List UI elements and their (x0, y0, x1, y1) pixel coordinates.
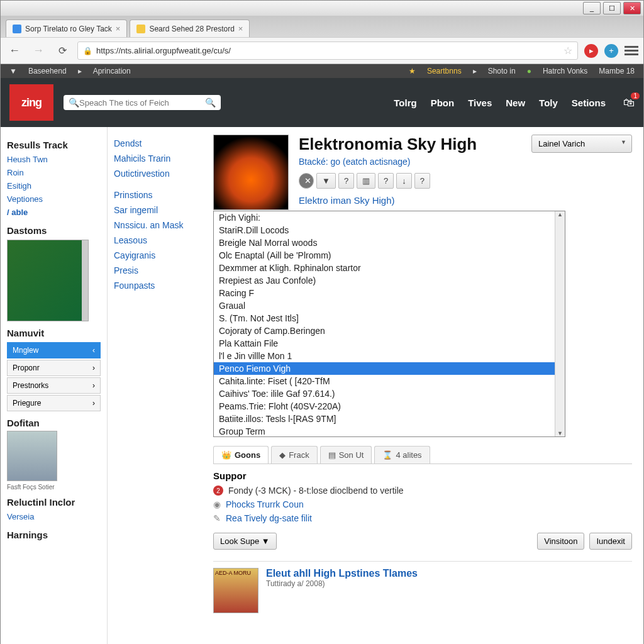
help-button[interactable]: ? (338, 173, 354, 189)
listbox-item[interactable]: Pich Vighi: (214, 211, 555, 224)
tab-close-icon[interactable]: × (116, 24, 121, 33)
iundexit-button[interactable]: Iundexit (589, 533, 632, 550)
sidebar-link[interactable]: Verseia (7, 510, 101, 523)
sidebar-nav-btn[interactable]: Proponr› (7, 360, 101, 376)
sidebar-thumbnail[interactable] (7, 240, 89, 321)
support-row[interactable]: ✎Rea Tively dg-sate filit (213, 511, 632, 525)
forward-button[interactable]: → (30, 42, 47, 60)
listbox-item[interactable]: Olc Enaptal (Aill be 'Plromm) (214, 249, 555, 262)
help-button[interactable]: ? (378, 173, 394, 189)
sidebar-nav-btn[interactable]: Prestnorks› (7, 377, 101, 394)
tab-alites[interactable]: ⌛4 alites (374, 446, 430, 464)
back-button[interactable]: ← (6, 42, 23, 60)
listbox-item[interactable]: l'l e Jin villle Mon 1 (214, 350, 555, 362)
site-header: zing 🔍 🔍 Tolrg Pbon Tives New Toly Setio… (1, 78, 643, 127)
nav-link[interactable]: Tives (468, 97, 492, 108)
subnav-link[interactable]: Dendst (114, 136, 196, 151)
listbox-item[interactable]: Cojoraty of Camp.Beringen (214, 325, 555, 337)
track-listbox[interactable]: Pich Vighi:StariR.Dill LocodsBreigle Nal… (213, 211, 565, 437)
listbox-item[interactable]: Rrepiest as Jau Confole) (214, 274, 555, 287)
listbox-item[interactable]: Group Term (214, 425, 555, 436)
look-button[interactable]: Look Supe ▼ (213, 533, 277, 550)
tab-frack[interactable]: ◆Frack (271, 446, 318, 464)
album-art[interactable] (213, 135, 289, 210)
dropdown-toggle[interactable]: ▼ (316, 173, 336, 189)
variant-dropdown[interactable]: Lainel Varich (531, 135, 632, 153)
subnav-link[interactable]: Prinstions (114, 187, 196, 203)
avatar[interactable] (7, 431, 57, 481)
site-search[interactable]: 🔍 🔍 (64, 95, 221, 110)
listbox-item[interactable]: Graual (214, 299, 555, 312)
nav-link[interactable]: Setions (572, 97, 606, 108)
util-link[interactable]: Hatrch Vonks (543, 67, 587, 75)
subnav-link[interactable]: Mahicils Trarin (114, 151, 196, 166)
listbox-item[interactable]: Batiite.illos: Tesls l-[RAS 9TM] (214, 413, 555, 425)
list-icon[interactable]: ▥ (357, 173, 375, 189)
logo[interactable]: zing (9, 84, 53, 121)
vinsitoon-button[interactable]: Vinsitoon (537, 533, 584, 550)
download-icon[interactable]: ↓ (396, 173, 412, 189)
tab-close-icon[interactable]: × (238, 24, 243, 33)
close-icon[interactable]: ✕ (299, 173, 314, 189)
util-link[interactable]: Shoto in (488, 67, 516, 75)
subnav-link[interactable]: Leasous (114, 233, 196, 248)
cart-button[interactable]: 🛍1 (623, 96, 635, 109)
listbox-item[interactable]: Caihivs' Toe: ilile Gaf 97.614.) (214, 387, 555, 400)
nav-link[interactable]: Tolrg (394, 97, 416, 108)
tab-goons[interactable]: 👑Goons (213, 446, 269, 464)
browser-menu-icon[interactable] (625, 46, 638, 55)
address-bar[interactable]: 🔒 ☆ (77, 42, 578, 60)
browser-tab-0[interactable]: Sorp Tirelato ro Gley Tack × (6, 19, 127, 37)
listbox-item[interactable]: Breigle Nal Morral woods (214, 236, 555, 249)
chevron-down-icon[interactable]: ▼ (9, 67, 17, 75)
search-input[interactable] (79, 98, 205, 108)
sidebar-nav-btn[interactable]: Priegure› (7, 395, 101, 411)
result-thumbnail[interactable]: AED-A MORU (213, 568, 258, 613)
search-submit-icon[interactable]: 🔍 (205, 97, 216, 108)
extension-icon-red[interactable]: ▸ (584, 44, 598, 58)
listbox-item[interactable]: StariR.Dill Locods (214, 224, 555, 236)
support-row[interactable]: ◉Phocks Trurrk Coun (213, 497, 632, 511)
nav-link[interactable]: New (506, 97, 525, 108)
page-subtitle[interactable]: Btacké: go (eatch actisnage) (299, 157, 477, 167)
subnav-link[interactable]: Nnssicu. an Mask (114, 218, 196, 233)
bookmark-star-icon[interactable]: ☆ (564, 45, 572, 57)
util-link[interactable]: Mambe 18 (599, 67, 635, 75)
listbox-item[interactable]: Pla Kattain File (214, 337, 555, 350)
tab-sonut[interactable]: ▤Son Ut (320, 446, 372, 464)
listbox-item[interactable]: Racing F (214, 287, 555, 299)
sidebar-link[interactable]: Veptiones (7, 192, 101, 206)
util-link[interactable]: Aprincation (93, 67, 131, 75)
window-maximize[interactable]: ☐ (603, 2, 621, 14)
reload-button[interactable]: ⟳ (53, 42, 71, 60)
listbox-item[interactable]: Peams.Trie: Floht (40SV-220A) (214, 400, 555, 413)
subnav-link[interactable]: Cayigranis (114, 248, 196, 263)
nav-link[interactable]: Toly (539, 97, 558, 108)
listbox-item[interactable]: Cahita.linte: Fiset ( [420-TfM (214, 375, 555, 387)
listbox-item[interactable]: Dexmmer at Kligh. Rphinalon startor (214, 262, 555, 274)
help-button[interactable]: ? (414, 173, 430, 189)
subnav-link[interactable]: Presis (114, 263, 196, 278)
window-close[interactable]: ✕ (623, 2, 641, 14)
subnav-link[interactable]: Founpasts (114, 278, 196, 293)
sidebar-link[interactable]: Roin (7, 166, 101, 179)
subnav-link[interactable]: Outictirvestion (114, 166, 196, 181)
sidebar-toggle[interactable]: / able (7, 206, 101, 219)
subnav-link[interactable]: Sar ingemil (114, 203, 196, 218)
sidebar-link[interactable]: Esitigh (7, 179, 101, 192)
listbox-item[interactable]: Penco Fiemo Vigh (214, 362, 555, 375)
url-input[interactable] (96, 46, 564, 55)
nav-link[interactable]: Pbon (431, 97, 455, 108)
browser-tab-1[interactable]: Seard Sehed 28 Prestord × (130, 19, 250, 37)
scrollbar[interactable] (555, 211, 565, 436)
util-link[interactable]: Seartbnns (427, 67, 462, 75)
window-minimize[interactable]: _ (583, 2, 601, 14)
result-title[interactable]: Eleut ahll High Lpstines Tlames (266, 568, 418, 579)
sidebar-nav-btn[interactable]: Mnglew‹ (7, 342, 101, 358)
support-row[interactable]: 2Fondy (-3 MCK) - 8-t:lose dioclbend to … (213, 484, 632, 497)
breadcrumb[interactable]: Elektro iman Sky High) (299, 195, 477, 206)
extension-icon-blue[interactable]: + (604, 44, 618, 58)
listbox-item[interactable]: S. (Tm. Not Jest Itls] (214, 312, 555, 325)
util-link[interactable]: Baseehend (28, 67, 67, 75)
sidebar-link[interactable]: Heush Twn (7, 153, 101, 166)
